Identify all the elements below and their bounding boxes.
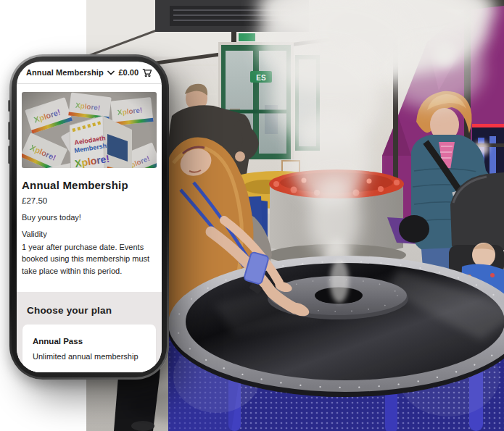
- selected-product-label: Annual Membership: [26, 68, 104, 77]
- volume-up-button: [8, 122, 10, 140]
- validity-label: Validity: [22, 230, 157, 238]
- header-divider: [17, 83, 162, 84]
- cart-icon: [142, 68, 152, 78]
- chevron-down-icon: [107, 70, 115, 75]
- cart-total: £0.00: [118, 68, 139, 77]
- plan-name: Annual Pass: [33, 337, 146, 346]
- phone-mockup: Annual Membership £0.00: [9, 54, 169, 380]
- plan-description: Unlimited annual membership: [33, 352, 146, 361]
- phone-screen: Annual Membership £0.00: [17, 62, 162, 372]
- volume-down-button: [8, 146, 10, 164]
- plan-section-heading: Choose your plan: [27, 305, 152, 316]
- plan-section: Choose your plan Annual Pass Unlimited a…: [17, 292, 162, 372]
- plan-card-annual-pass[interactable]: Annual Pass Unlimited annual membership: [22, 325, 156, 372]
- product-image: Xplore! Xplore! Xplore! Xplore! Xplore! …: [22, 92, 157, 168]
- page: ES: [0, 0, 504, 431]
- product-title: Annual Membership: [22, 179, 157, 191]
- mute-switch: [8, 100, 10, 112]
- app-header: Annual Membership £0.00: [17, 62, 162, 83]
- validity-text: 1 year after purchase date. Events booke…: [22, 241, 154, 277]
- membership-cards-image: Xplore! Xplore! Xplore! Xplore! Xplore! …: [22, 92, 157, 168]
- product-selector-dropdown[interactable]: Annual Membership: [26, 68, 115, 77]
- product-price: £27.50: [22, 196, 157, 205]
- product-tagline: Buy yours today!: [22, 213, 157, 222]
- phone-frame: Annual Membership £0.00: [12, 57, 167, 377]
- cart-button[interactable]: £0.00: [118, 68, 152, 78]
